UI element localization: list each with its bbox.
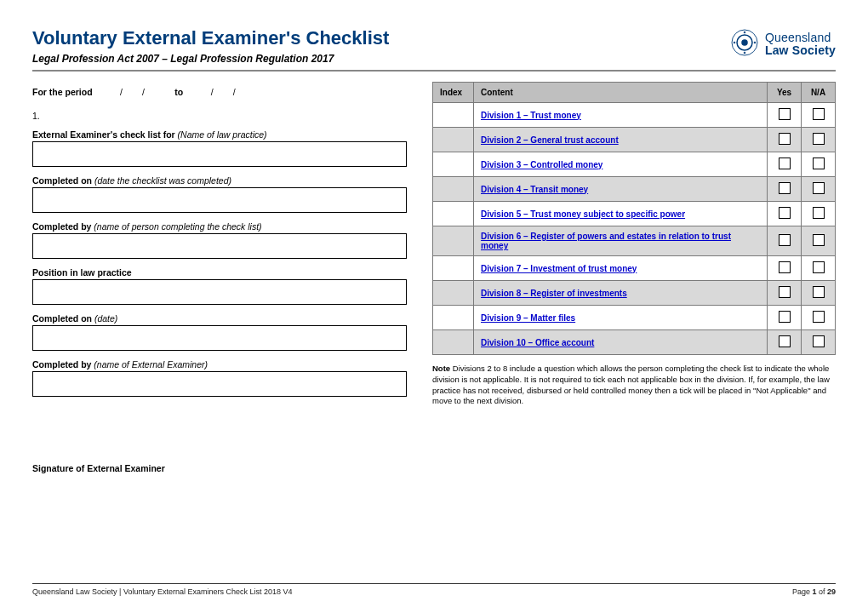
- th-na: N/A: [802, 83, 836, 103]
- title-block: Voluntary External Examiner's Checklist …: [32, 27, 389, 65]
- logo-line1: Queensland: [765, 32, 836, 44]
- field-input-4[interactable]: [32, 325, 407, 351]
- checkbox-na-8[interactable]: [813, 286, 825, 298]
- table-row: Division 5 – Trust money subject to spec…: [433, 202, 836, 226]
- th-index: Index: [433, 83, 474, 103]
- checkbox-yes-1[interactable]: [779, 108, 791, 120]
- table-row: Division 9 – Matter files: [433, 306, 836, 330]
- th-yes: Yes: [768, 83, 802, 103]
- period-prefix: For the period: [32, 87, 93, 97]
- page-subtitle: Legal Profession Act 2007 – Legal Profes…: [32, 53, 389, 65]
- header-divider: [32, 70, 836, 72]
- division-link-4[interactable]: Division 4 – Transit money: [481, 185, 588, 194]
- checkbox-yes-3[interactable]: [779, 158, 791, 169]
- table-row: Division 2 – General trust account: [433, 128, 836, 152]
- field-label-4: Completed on (date): [32, 313, 407, 324]
- checkbox-na-9[interactable]: [813, 311, 825, 323]
- checkbox-na-4[interactable]: [813, 182, 825, 194]
- table-row: Division 4 – Transit money: [433, 177, 836, 202]
- index-table: Index Content Yes N/A Division 1 – Trust…: [432, 82, 836, 355]
- division-link-3[interactable]: Division 3 – Controlled money: [481, 160, 602, 169]
- checkbox-yes-5[interactable]: [779, 207, 791, 219]
- checkbox-yes-10[interactable]: [779, 335, 791, 347]
- org-logo: Queensland Law Society: [729, 27, 836, 61]
- table-row: Division 1 – Trust money: [433, 103, 836, 128]
- note-text: Divisions 2 to 8 include a question whic…: [432, 364, 830, 405]
- footer-page: Page 1 of 29: [792, 587, 836, 596]
- page-title: Voluntary External Examiner's Checklist: [32, 27, 389, 49]
- checkbox-yes-2[interactable]: [779, 133, 791, 145]
- index-note: Note Divisions 2 to 8 include a question…: [432, 364, 836, 407]
- checkbox-na-2[interactable]: [813, 133, 825, 145]
- checkbox-na-5[interactable]: [813, 207, 825, 219]
- checkbox-na-1[interactable]: [813, 108, 825, 120]
- signature-label: Signature of External Examiner: [32, 463, 407, 473]
- item-number: 1.: [32, 111, 407, 121]
- period-line: For the period // to //: [32, 87, 407, 97]
- field-label-1: Completed on (date the checklist was com…: [32, 175, 407, 186]
- checkbox-na-6[interactable]: [813, 234, 825, 246]
- field-input-2[interactable]: [32, 233, 407, 259]
- division-link-5[interactable]: Division 5 – Trust money subject to spec…: [481, 209, 685, 219]
- footer-left: Queensland Law Society | Voluntary Exter…: [32, 587, 293, 596]
- checkbox-yes-9[interactable]: [779, 311, 791, 323]
- division-link-1[interactable]: Division 1 – Trust money: [481, 111, 581, 120]
- checkbox-yes-8[interactable]: [779, 286, 791, 298]
- checkbox-na-7[interactable]: [813, 261, 825, 273]
- division-link-10[interactable]: Division 10 – Office account: [481, 338, 594, 347]
- division-link-6[interactable]: Division 6 – Register of powers and esta…: [481, 232, 731, 250]
- field-label-2: Completed by (name of person completing …: [32, 221, 407, 232]
- qls-crest-icon: [729, 27, 760, 61]
- th-content: Content: [474, 83, 768, 103]
- table-row: Division 10 – Office account: [433, 330, 836, 355]
- checkbox-yes-7[interactable]: [779, 261, 791, 273]
- field-label-3: Position in law practice: [32, 267, 407, 278]
- table-row: Division 6 – Register of powers and esta…: [433, 226, 836, 256]
- field-input-5[interactable]: [32, 371, 407, 397]
- field-label-0: External Examiner's check list for (Name…: [32, 129, 407, 140]
- checkbox-yes-4[interactable]: [779, 182, 791, 194]
- division-link-8[interactable]: Division 8 – Register of investments: [481, 289, 627, 298]
- checkbox-na-3[interactable]: [813, 158, 825, 169]
- checkbox-yes-6[interactable]: [779, 234, 791, 246]
- checkbox-na-10[interactable]: [813, 335, 825, 347]
- field-label-5: Completed by (name of External Examiner): [32, 359, 407, 370]
- period-to: to: [174, 87, 183, 97]
- division-link-7[interactable]: Division 7 – Investment of trust money: [481, 264, 637, 273]
- table-row: Division 8 – Register of investments: [433, 281, 836, 306]
- table-row: Division 7 – Investment of trust money: [433, 256, 836, 281]
- division-link-2[interactable]: Division 2 – General trust account: [481, 135, 619, 145]
- page-footer: Queensland Law Society | Voluntary Exter…: [32, 583, 836, 596]
- logo-line2: Law Society: [765, 44, 836, 57]
- field-input-1[interactable]: [32, 187, 407, 213]
- svg-point-2: [741, 39, 748, 46]
- division-link-9[interactable]: Division 9 – Matter files: [481, 313, 575, 323]
- field-input-0[interactable]: [32, 141, 407, 167]
- table-row: Division 3 – Controlled money: [433, 152, 836, 177]
- note-bold: Note: [432, 364, 450, 373]
- field-input-3[interactable]: [32, 279, 407, 305]
